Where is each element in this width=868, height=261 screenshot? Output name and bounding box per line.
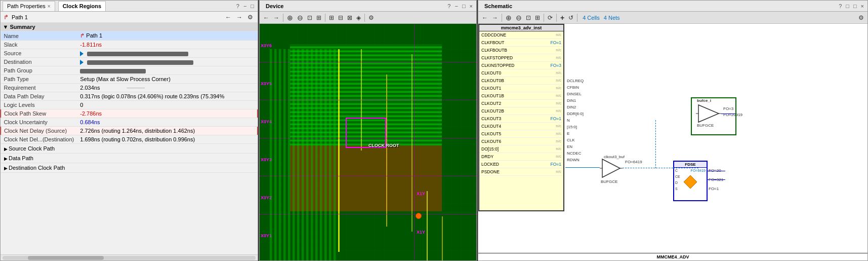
yellow-vline-right-2 [442, 216, 443, 260]
forward-button[interactable]: → [235, 12, 244, 22]
sch-left-port-dclreq: DCLREQ [567, 79, 584, 83]
sch-zoom-in-btn[interactable]: ⊕ [504, 13, 513, 23]
destination-clock-path-section[interactable]: ▶ Destination Clock Path [1, 163, 258, 173]
region-label-x1y2: X1Y [417, 191, 425, 196]
path-type-label: Path Type [1, 75, 77, 84]
clock-path-skew-row: Clock Path Skew -2.786ns [1, 109, 258, 118]
device-maximize-btn[interactable]: □ [461, 3, 467, 9]
sch-forward-btn[interactable]: → [490, 13, 500, 23]
clock-net-delay-source-row: Clock Net Delay (Source) 2.726ns (routin… [1, 127, 258, 135]
tab-path-properties[interactable]: Path Properties × [3, 1, 55, 11]
device-marker-btn[interactable]: ◈ [355, 13, 362, 23]
back-button[interactable]: ← [224, 12, 233, 22]
name-value: ↱ Path 1 [77, 31, 257, 41]
device-settings-btn[interactable]: ⚙ [367, 13, 376, 23]
sch-left-port-e: E [567, 131, 569, 136]
fdse-line-1 [708, 171, 725, 171]
logic-levels-label: Logic Levels [1, 101, 77, 109]
destination-value [77, 58, 257, 66]
device-minimize-btn[interactable]: − [453, 3, 459, 9]
tab-clock-regions[interactable]: Clock Regions [58, 1, 106, 11]
mmcm-port-clkout0b: CLKOUT0B n/c [479, 77, 563, 85]
clock-net-delay-dest-label: Clock Net Del...(Destination) [1, 135, 77, 144]
help-button[interactable]: ? [235, 3, 241, 9]
fdse-fo-right-3: FO=1 [709, 187, 719, 191]
mmcm-port-clkinstopped: CLKINSTOPPED FO=3 [479, 62, 563, 69]
device-titlebar: Device ? − □ × [260, 1, 476, 12]
mmcm-bottom-label: MMCME4_ADV [478, 253, 867, 260]
path-type-value: Setup (Max at Slow Process Corner) [77, 75, 257, 84]
sch-refresh-btn[interactable]: ⟳ [546, 13, 554, 23]
device-fit-btn[interactable]: ⊡ [306, 13, 314, 23]
source-arrow-icon [80, 51, 84, 56]
slack-label: Slack [1, 41, 77, 49]
destination-label: Destination [1, 58, 77, 66]
yellow-vline-3 [386, 74, 387, 227]
sch-sep2 [544, 14, 544, 22]
yellow-vline-1 [338, 49, 340, 252]
device-canvas: CLOCK ROOT X0Y6 X0Y5 X0Y4 X0Y3 X0Y2 X0Y1… [260, 24, 476, 260]
schematic-titlebar: Schematic ? □ □ × [478, 1, 867, 12]
scrollbar-thumb [28, 256, 104, 260]
path-name: Path 1 [12, 14, 28, 20]
name-row[interactable]: Name ↱ Path 1 [1, 31, 258, 41]
data-path-delay-label: Data Path Delay [1, 92, 77, 101]
device-toolbar: ← → ⊕ ⊖ ⊡ ⊞ ⊞ ⊟ ⊠ ◈ ⚙ [260, 12, 476, 24]
sch-fit2-btn[interactable]: ⊞ [533, 13, 542, 23]
bufgce-label: BUFGCE [601, 179, 617, 184]
destination-row: Destination [1, 58, 258, 66]
sch-close-btn[interactable]: × [859, 3, 865, 9]
mmcm-port-clkfbout: CLKFBOUT FO=1 [479, 39, 563, 47]
mmcm-port-clkout5: CLKOUT5 n/c [479, 130, 563, 138]
sch-sep4 [577, 14, 577, 22]
bufgce-block[interactable]: BUFGCE [600, 158, 623, 179]
device-grid-btn[interactable]: ⊞ [327, 13, 336, 23]
sch-back-btn[interactable]: ← [480, 13, 489, 23]
device-route-btn[interactable]: ⊟ [337, 13, 345, 23]
fdse-port-d: D [675, 181, 678, 184]
device-back-btn[interactable]: ← [262, 13, 271, 23]
sch-reload-btn[interactable]: ↺ [567, 13, 575, 23]
clock-root-label: CLOCK ROOT [368, 143, 399, 148]
source-clock-path-section[interactable]: ▶ Source Clock Path [1, 144, 258, 154]
device-zoom-in-btn[interactable]: ⊕ [285, 13, 295, 23]
close-path-tab[interactable]: × [48, 4, 51, 9]
slack-row: Slack -1.811ns [1, 41, 258, 49]
fdse-port-ce: CE [675, 175, 680, 178]
schematic-inner: mmcme3_adv_inst CDDCDONE n/c CLKFBOUT FO… [478, 24, 867, 260]
settings-button[interactable]: ⚙ [246, 12, 255, 22]
sch-minimize-btn[interactable]: □ [844, 3, 851, 9]
requirement-value: 2.034ns ───── [77, 84, 257, 92]
left-panel-scrollbar[interactable] [1, 254, 258, 260]
orange-marker-dot [416, 213, 422, 219]
sep3 [364, 14, 365, 22]
sch-left-port-ddr: DDR[6:0] [567, 111, 584, 116]
device-fit2-btn[interactable]: ⊞ [315, 13, 323, 23]
sch-left-port-dinsel: DINSEL [567, 92, 582, 96]
dashed-line-up [655, 120, 656, 168]
sch-help-btn[interactable]: ? [837, 3, 843, 9]
sch-left-port-din1: DIN1 [567, 98, 576, 103]
device-help-btn[interactable]: ? [446, 3, 452, 9]
sch-left-port-clk: CLK [567, 138, 575, 142]
sch-zoom-out-btn[interactable]: ⊖ [514, 13, 523, 23]
path-group-row: Path Group [1, 66, 258, 75]
fdse-block[interactable]: FDSE C CE D S FO=6419 [673, 161, 708, 201]
device-close-btn[interactable]: × [468, 3, 474, 9]
device-forward-btn[interactable]: → [272, 13, 281, 23]
fdse-diamond-svg [683, 174, 698, 190]
summary-toggle[interactable]: ▼ [3, 24, 10, 30]
sch-fit-btn[interactable]: ⊡ [524, 13, 532, 23]
mmcm-block[interactable]: mmcme3_adv_inst CDDCDONE n/c CLKFBOUT FO… [478, 24, 564, 211]
minimize-button[interactable]: − [242, 3, 248, 9]
device-zoom-out-btn[interactable]: ⊖ [296, 13, 305, 23]
sch-settings-btn[interactable]: ⚙ [857, 13, 865, 23]
sch-left-port-cfbin: CFBIN [567, 85, 579, 90]
device-layer-btn[interactable]: ⊠ [346, 13, 354, 23]
maximize-button[interactable]: □ [249, 3, 256, 9]
sch-plus-btn[interactable]: + [559, 13, 566, 23]
sch-maximize-btn[interactable]: □ [852, 3, 858, 9]
data-path-section[interactable]: ▶ Data Path [1, 154, 258, 163]
mmcm-port-clkout0: CLKOUT0 n/c [479, 69, 563, 77]
clock-net-delay-dest-value: 1.698ns (routing 0.702ns, distribution 0… [77, 135, 257, 144]
